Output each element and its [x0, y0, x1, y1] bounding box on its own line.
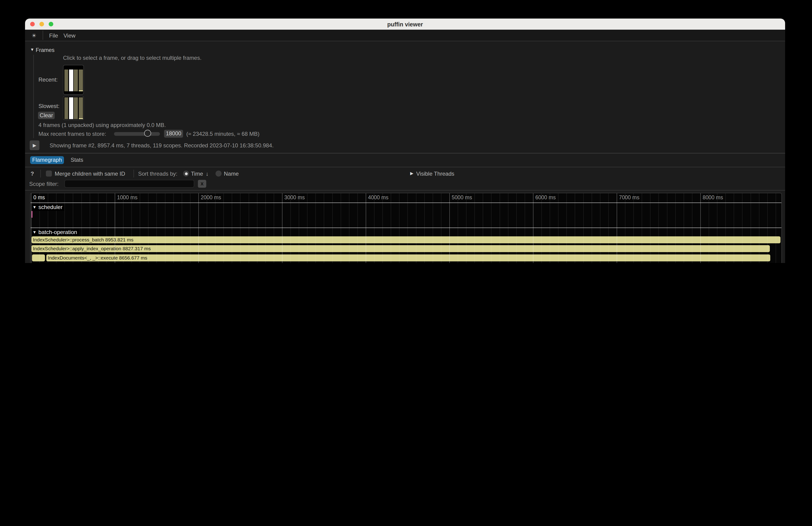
section-separator-line [31, 203, 781, 203]
sort-threads-label: Sort threads by: [138, 171, 177, 177]
frames-collapse-arrow[interactable]: ▼ [30, 47, 34, 52]
slowest-label: Slowest: [39, 103, 60, 109]
thread-name: batch-operation [39, 229, 77, 235]
axis-tick-label: 3000 ms [284, 195, 305, 200]
axis-tick-label: 1000 ms [117, 195, 137, 200]
axis-tick-label: 5000 ms [452, 195, 472, 200]
frame-bar-tick [78, 118, 83, 119]
gridlines [31, 193, 781, 263]
menu-view[interactable]: View [63, 32, 75, 39]
frames-summary: 4 frames (1 unpacked) using approximatel… [39, 122, 166, 128]
frames-hint: Click to select a frame, or drag to sele… [63, 55, 202, 61]
thread-collapse-arrow-icon: ▼ [32, 230, 37, 234]
axis-tick-label: 8000 ms [702, 195, 723, 200]
merge-children-label[interactable]: Merge children with same ID [55, 171, 125, 177]
thread-section-header[interactable]: ▼batch-operation [31, 230, 79, 236]
frame-thumbnail-bar[interactable] [69, 97, 73, 119]
axis-tick-label: 2000 ms [201, 195, 221, 200]
scope-bar[interactable]: IndexScheduler>::apply_index_operation 8… [31, 245, 770, 252]
scope-filter-label: Scope filter: [29, 181, 59, 187]
scope-bar[interactable]: IndexDocuments<_, _>::execute 8656.677 m… [46, 254, 770, 261]
max-frames-slider[interactable] [114, 132, 160, 136]
axis-tick-label: 7000 ms [619, 195, 639, 200]
sort-time-label[interactable]: Time [191, 171, 203, 177]
tab-stats[interactable]: Stats [68, 156, 86, 164]
slider-knob[interactable] [144, 130, 151, 137]
play-button[interactable]: ▶ [30, 141, 39, 150]
scope-filter-input[interactable] [64, 180, 194, 188]
frame-thumbnail-bar[interactable] [78, 97, 83, 119]
frame-bar-tick [78, 90, 83, 91]
sort-name-radio[interactable] [216, 171, 221, 177]
screen: puffin viewer ☀ File View ▼ Frames Click… [0, 0, 812, 263]
max-frames-label: Max recent frames to store: [39, 131, 106, 137]
sort-name-label[interactable]: Name [224, 171, 239, 177]
tab-flamegraph[interactable]: Flamegraph [30, 156, 64, 164]
frame-thumbnail-bar[interactable] [78, 69, 83, 91]
frames-header[interactable]: Frames [36, 47, 55, 53]
flamegraph-canvas[interactable]: 0 ms0 ms1000 ms1000 ms2000 ms2000 ms3000… [30, 193, 782, 263]
menu-divider [43, 31, 43, 40]
slowest-frames-thumbnail[interactable] [63, 96, 84, 120]
frames-indent-line [33, 55, 34, 138]
menu-bar [25, 30, 785, 41]
menu-file[interactable]: File [49, 32, 58, 39]
sort-time-radio[interactable] [183, 171, 189, 177]
thread-collapse-arrow-icon: ▼ [32, 205, 37, 209]
frame-info: Showing frame #2, 8957.4 ms, 7 threads, … [49, 142, 274, 149]
clear-button[interactable]: Clear [38, 112, 55, 119]
scope-bar[interactable]: IndexScheduler>::process_batch 8953.821 … [31, 236, 781, 243]
frame-thumbnail-bar[interactable] [74, 97, 78, 119]
axis-tick-label: 4000 ms [368, 195, 388, 200]
recent-label: Recent: [39, 76, 58, 83]
visible-threads-header[interactable]: Visible Threads [416, 171, 454, 177]
scope-bar[interactable] [32, 254, 45, 261]
frame-thumbnail-bar[interactable] [69, 69, 73, 91]
visible-threads-arrow-icon[interactable]: ▶ [410, 171, 414, 176]
sort-direction-arrow-icon[interactable]: ↓ [206, 171, 208, 177]
frame-thumbnail-bar[interactable] [64, 69, 68, 91]
section-separator-line [31, 228, 781, 228]
help-button[interactable]: ? [31, 171, 34, 177]
theme-sun-icon[interactable]: ☀ [31, 32, 37, 39]
recent-frames-thumbnail[interactable] [63, 65, 84, 94]
frame-thumbnail-bar[interactable] [64, 97, 68, 119]
max-frames-note: (≈ 23428.5 minutes, ≈ 68 MB) [186, 131, 260, 137]
clear-filter-button[interactable]: x [198, 180, 206, 188]
window-title: puffin viewer [25, 21, 785, 28]
thread-name: scheduler [39, 204, 62, 210]
axis-tick-label: 0 ms [33, 195, 45, 200]
merge-children-checkbox[interactable] [46, 171, 52, 177]
frame-thumbnail-bar[interactable] [74, 69, 78, 91]
thread-section-header[interactable]: ▼scheduler [31, 204, 64, 211]
max-frames-value[interactable]: 18000 [164, 130, 183, 138]
axis-tick-label: 6000 ms [535, 195, 556, 200]
scope-bar[interactable] [31, 211, 32, 218]
